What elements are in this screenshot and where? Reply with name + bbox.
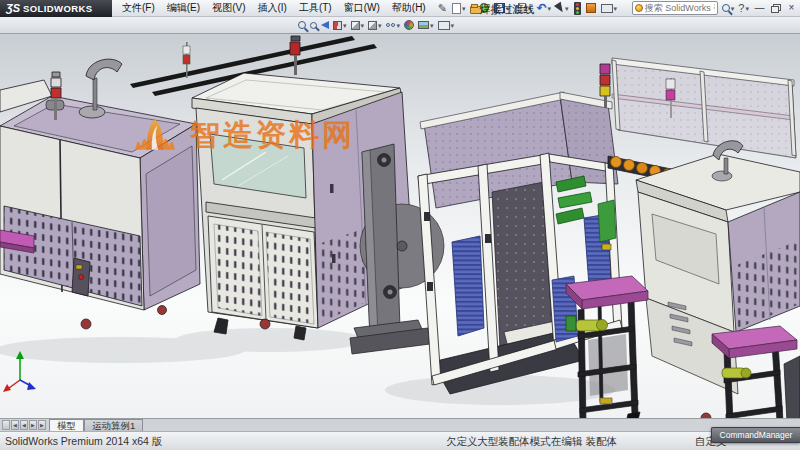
menu-window[interactable]: 窗口(W) [342,0,382,16]
section-view-icon [333,21,342,30]
traffic-light-icon [574,2,581,15]
edit-state-label: 在编辑 装配体 [551,435,617,449]
heads-up-view-toolbar: ▾ ▾ ▾ ▾ ▾ ▾ [0,17,800,34]
menu-file[interactable]: 文件(F) [120,0,157,16]
titlebar-right: ▾ ?▾ — × [632,1,798,15]
tab-model[interactable]: 模型 [49,419,84,431]
search-provider-icon [635,4,643,12]
rebuild-button[interactable] [574,1,581,15]
apply-scene-button[interactable]: ▾ [418,18,434,32]
model-tab-bar: ◀ ◀ ▶ ▶ 模型 运动算例1 [0,418,800,431]
menu-edit[interactable]: 编辑(E) [165,0,202,16]
glasses-icon [386,23,396,27]
section-view-button[interactable]: ▾ [333,18,347,32]
search-input[interactable] [645,3,715,13]
view-settings-button[interactable]: ▾ [438,18,455,32]
product-version-label: SolidWorks Premium 2014 x64 版 [5,435,162,449]
tab-first-button[interactable]: ◀ [11,420,19,430]
graphics-viewport[interactable]: 智造资料网 [0,34,800,418]
menu-view[interactable]: 视图(V) [210,0,247,16]
previous-view-button[interactable] [321,18,329,32]
window-icon [601,4,613,13]
search-button[interactable]: ▾ [722,1,735,15]
assembly-mode-label: 大型装配体模式 [477,435,551,449]
search-icon [722,4,730,12]
restore-button[interactable] [770,3,781,14]
zoom-to-area-icon [310,22,317,29]
status-bar: SolidWorks Premium 2014 x64 版 欠定义 大型装配体模… [0,431,800,450]
tab-next-button[interactable]: ▶ [29,420,37,430]
tab-last-button[interactable]: ▶ [38,420,46,430]
zoom-to-area-button[interactable] [310,18,317,32]
solidworks-logo: ƷS SOLIDWORKS [0,0,112,17]
menu-tools[interactable]: 工具(T) [297,0,334,16]
tab-prev-button[interactable]: ◀ [20,420,28,430]
view-settings-icon [438,21,450,30]
zoom-to-fit-button[interactable] [298,18,306,32]
zoom-to-fit-icon [298,21,306,29]
solidworks-logo-text: SOLIDWORKS [23,3,92,14]
document-title: 焊接过渡线 [452,2,562,17]
display-style-button[interactable]: ▾ [368,18,382,32]
help-button[interactable]: ?▾ [738,1,749,15]
help-icon: ? [738,3,744,14]
tab-scroll-buttons[interactable]: ◀ ◀ ▶ ▶ [2,420,46,430]
view-orientation-button[interactable]: ▾ [351,18,365,32]
appearance-ball-icon [404,20,414,30]
previous-view-icon [321,21,329,29]
options-button[interactable] [586,1,596,15]
menu-help[interactable]: 帮助(H) [390,0,428,16]
menu-insert[interactable]: 插入(I) [255,0,288,16]
tab-splitter-button[interactable] [2,420,10,430]
search-box[interactable] [632,1,718,15]
hide-show-items-button[interactable]: ▾ [386,18,401,32]
pencil-icon[interactable]: ✎ [438,1,447,15]
apply-scene-icon [418,21,429,29]
window-layout-button[interactable]: ▾ [601,1,618,15]
options-icon [586,3,596,13]
edit-appearance-button[interactable] [404,18,414,32]
ds-logo-mark: ƷS [6,2,20,14]
display-style-icon [368,21,377,30]
machine-3d-scene[interactable] [0,34,800,418]
title-menu-bar: ƷS SOLIDWORKS 文件(F) 编辑(E) 视图(V) 插入(I) 工具… [0,0,800,17]
define-state-label: 欠定义 [446,435,478,449]
close-button[interactable]: × [785,1,798,15]
minimize-button[interactable]: — [753,1,766,15]
commandmanager-float-label[interactable]: CommandManager [711,427,800,443]
menu-strip: 文件(F) 编辑(E) 视图(V) 插入(I) 工具(T) 窗口(W) 帮助(H… [120,0,428,16]
view-orientation-icon [351,21,360,30]
tab-motion-study[interactable]: 运动算例1 [84,419,143,431]
